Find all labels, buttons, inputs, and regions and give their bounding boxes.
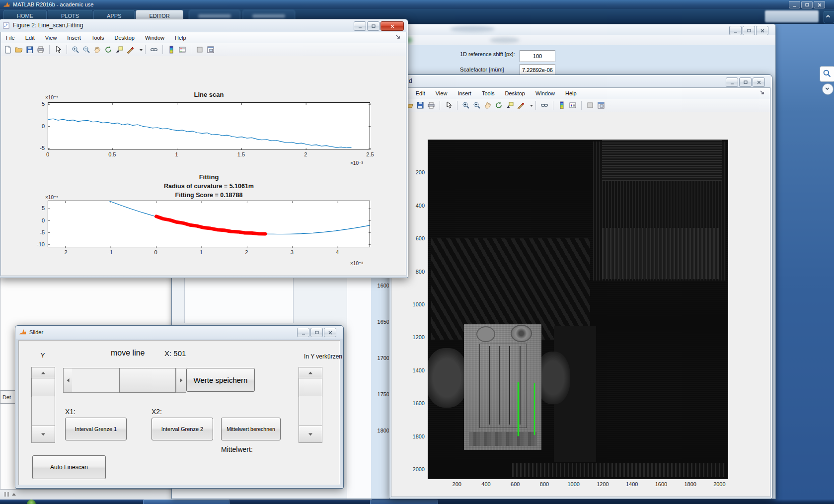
close-icon[interactable] bbox=[753, 77, 765, 87]
slider-up-button[interactable] bbox=[299, 367, 322, 379]
calc-mean-button[interactable]: Mittelwert berechnen bbox=[221, 418, 281, 440]
pan-hand-icon[interactable] bbox=[93, 45, 102, 54]
menu-item-help[interactable]: Help bbox=[174, 34, 187, 42]
minimize-icon[interactable] bbox=[297, 328, 309, 337]
zoom-in-icon[interactable] bbox=[461, 101, 470, 110]
slider-thumb[interactable] bbox=[119, 368, 176, 393]
menu-item-edit[interactable]: Edit bbox=[24, 34, 36, 42]
collapse-ribbon-button[interactable] bbox=[824, 11, 834, 23]
link-plots-icon[interactable] bbox=[540, 101, 549, 110]
menu-item-insert[interactable]: Insert bbox=[456, 89, 472, 97]
ref-shift-input[interactable] bbox=[520, 50, 555, 62]
green-selection-line[interactable] bbox=[534, 383, 535, 435]
save-values-button[interactable]: Werte speichern bbox=[186, 368, 255, 392]
minimize-icon[interactable] bbox=[354, 21, 366, 31]
menu-item-window[interactable]: Window bbox=[534, 89, 556, 97]
rotate-3d-icon[interactable] bbox=[104, 45, 113, 54]
slider-track[interactable] bbox=[32, 396, 55, 426]
panel-resize-handle[interactable] bbox=[4, 492, 16, 497]
brush-icon[interactable] bbox=[516, 101, 525, 110]
move-line-slider[interactable] bbox=[63, 368, 185, 393]
pan-hand-icon[interactable] bbox=[483, 101, 492, 110]
maximize-icon[interactable] bbox=[310, 328, 323, 337]
maximize-icon[interactable] bbox=[739, 77, 752, 87]
close-icon[interactable] bbox=[380, 21, 404, 31]
legend-icon[interactable] bbox=[568, 101, 577, 110]
save-icon[interactable] bbox=[416, 101, 425, 110]
interval-limit1-button[interactable]: Interval Grenze 1 bbox=[65, 418, 127, 440]
maximize-icon[interactable] bbox=[801, 1, 813, 8]
caret-down-icon[interactable] bbox=[137, 45, 141, 54]
slider-left-button[interactable] bbox=[63, 368, 73, 393]
search-docs-button[interactable] bbox=[820, 66, 834, 82]
line-scan-plot-area[interactable] bbox=[48, 102, 370, 149]
data-cursor-icon[interactable] bbox=[115, 45, 124, 54]
slider-up-button[interactable] bbox=[31, 367, 55, 379]
matlab-main-titlebar[interactable]: MATLAB R2016b - academic use bbox=[0, 0, 834, 9]
menu-item-edit[interactable]: Edit bbox=[415, 89, 426, 97]
print-icon[interactable] bbox=[427, 101, 436, 110]
menu-item-tools[interactable]: Tools bbox=[90, 34, 105, 42]
figure2-titlebar[interactable]: Figure 2: Line_scan,Fitting bbox=[0, 19, 408, 31]
caret-down-icon[interactable] bbox=[527, 101, 531, 110]
menu-item-tools[interactable]: Tools bbox=[481, 89, 496, 97]
dock-figure-icon[interactable] bbox=[206, 45, 215, 54]
green-selection-line[interactable] bbox=[518, 382, 519, 436]
slider-right-button[interactable] bbox=[176, 368, 186, 393]
menu-item-file[interactable]: File bbox=[5, 34, 16, 42]
grid-icon[interactable] bbox=[586, 101, 595, 110]
link-plots-icon[interactable] bbox=[150, 45, 158, 54]
slider-thumb[interactable] bbox=[299, 378, 322, 397]
start-orb[interactable] bbox=[27, 500, 36, 504]
image-figure-titlebar[interactable]: d bbox=[389, 75, 772, 87]
auto-linescan-button[interactable]: Auto Linescan bbox=[32, 455, 106, 479]
undock-arrow-icon[interactable] bbox=[759, 89, 766, 96]
slider-down-button[interactable] bbox=[31, 426, 55, 443]
expand-panel-button[interactable] bbox=[822, 83, 834, 95]
colorbar-icon[interactable] bbox=[167, 45, 176, 54]
interval-limit2-button[interactable]: Interval Grenze 2 bbox=[152, 418, 213, 440]
menu-item-insert[interactable]: Insert bbox=[66, 34, 82, 42]
maximize-icon[interactable] bbox=[367, 21, 379, 31]
zoom-in-icon[interactable] bbox=[71, 45, 80, 54]
grid-icon[interactable] bbox=[195, 45, 204, 54]
menu-item-view[interactable]: View bbox=[44, 34, 58, 42]
menu-item-desktop[interactable]: Desktop bbox=[504, 89, 526, 97]
close-icon[interactable] bbox=[756, 26, 768, 35]
slider-thumb[interactable] bbox=[31, 378, 55, 397]
new-document-icon[interactable] bbox=[3, 45, 12, 54]
rotate-3d-icon[interactable] bbox=[494, 101, 503, 110]
open-folder-icon[interactable] bbox=[14, 45, 23, 54]
colorbar-icon[interactable] bbox=[557, 101, 566, 110]
data-cursor-icon[interactable] bbox=[505, 101, 514, 110]
brush-icon[interactable] bbox=[126, 45, 135, 54]
slider-down-button[interactable] bbox=[299, 426, 322, 443]
save-icon[interactable] bbox=[25, 45, 34, 54]
close-icon[interactable] bbox=[324, 328, 336, 337]
slider-track[interactable] bbox=[299, 396, 322, 426]
phase-image[interactable] bbox=[428, 140, 728, 479]
menu-item-help[interactable]: Help bbox=[564, 89, 578, 97]
undock-arrow-icon[interactable] bbox=[395, 34, 402, 41]
slider-titlebar[interactable]: Slider bbox=[15, 326, 343, 338]
fitting-plot-area[interactable] bbox=[48, 201, 370, 247]
arrow-cursor-icon[interactable] bbox=[444, 101, 453, 110]
close-icon[interactable] bbox=[814, 1, 825, 8]
taskbar-item[interactable] bbox=[370, 500, 438, 504]
menu-item-view[interactable]: View bbox=[435, 89, 449, 97]
slider-track[interactable] bbox=[72, 368, 119, 392]
y-position-slider[interactable] bbox=[31, 367, 55, 442]
shorten-y-slider[interactable] bbox=[299, 367, 322, 442]
legend-icon[interactable] bbox=[178, 45, 187, 54]
zoom-out-icon[interactable] bbox=[472, 101, 481, 110]
menu-item-window[interactable]: Window bbox=[144, 34, 165, 42]
maximize-icon[interactable] bbox=[743, 26, 755, 35]
zoom-out-icon[interactable] bbox=[82, 45, 91, 54]
windows-taskbar[interactable] bbox=[0, 499, 834, 504]
minimize-icon[interactable] bbox=[729, 26, 742, 35]
dock-figure-icon[interactable] bbox=[597, 101, 606, 110]
print-icon[interactable] bbox=[36, 45, 45, 54]
arrow-cursor-icon[interactable] bbox=[54, 45, 63, 54]
minimize-icon[interactable] bbox=[726, 77, 738, 87]
taskbar-item[interactable] bbox=[143, 500, 229, 504]
